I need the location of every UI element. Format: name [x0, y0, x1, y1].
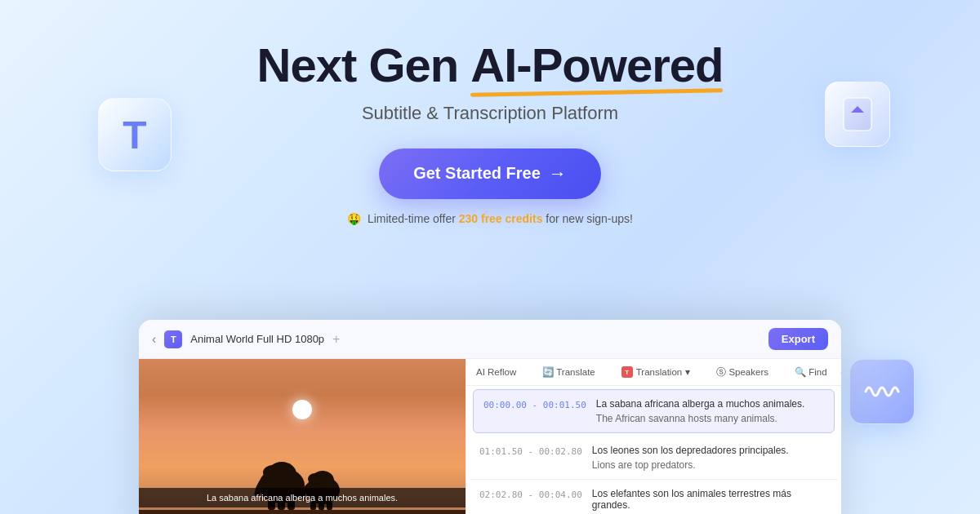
titlebar-filename: Animal World Full HD 1080p — [190, 333, 324, 345]
subtitle-texts: La sabana africana alberga a muchos anim… — [596, 398, 824, 424]
translation-badge: T — [621, 366, 633, 378]
subtitle-panel: AI Reflow 🔄 Translate T Translation ▾ ⓢ … — [466, 359, 841, 514]
video-subtitle-text: La sabana africana alberga a muchos anim… — [147, 493, 457, 503]
video-panel: La sabana africana alberga a muchos anim… — [139, 359, 466, 514]
translation-label: Translation — [636, 367, 682, 377]
hero-subtitle: Subtitle & Transcription Platform — [0, 103, 980, 124]
translate-button[interactable]: 🔄 Translate — [542, 366, 595, 378]
wave-icon-box — [849, 359, 915, 424]
titlebar-back-button[interactable]: ‹ — [152, 332, 156, 347]
float-icon-bottom-right — [849, 359, 915, 424]
wave-svg-icon — [864, 379, 900, 405]
hero-section: Next Gen AI-Powered Subtitle & Transcrip… — [0, 0, 980, 225]
titlebar-app-icon: T — [164, 330, 182, 348]
find-button[interactable]: 🔍 Find — [795, 366, 827, 378]
hero-title-part2: AI-Powered — [470, 39, 723, 91]
toolbar-more-button[interactable]: ··· — [840, 366, 841, 379]
subtitle-row[interactable]: 01:01.50 - 00:02.80 Los leones son los d… — [470, 436, 838, 480]
cta-label: Get Started Free — [413, 164, 541, 183]
cta-arrow-icon: → — [549, 163, 567, 184]
subtitle-original: Los elefantes son los animales terrestre… — [592, 488, 828, 511]
subtitle-rows: 00:00.00 - 00:01.50 La sabana africana a… — [466, 386, 841, 514]
offer-text: 🤑 Limited-time offer 230 free credits fo… — [0, 212, 980, 225]
speakers-button[interactable]: ⓢ Speakers — [716, 366, 768, 379]
app-titlebar: ‹ T Animal World Full HD 1080p + Export — [139, 320, 841, 359]
subtitle-original: Los leones son los depredadores principa… — [592, 445, 828, 456]
subtitle-texts: Los leones son los depredadores principa… — [592, 445, 828, 471]
offer-prefix: Limited-time offer — [368, 212, 459, 225]
subtitle-row[interactable]: 00:00.00 - 00:01.50 La sabana africana a… — [473, 389, 835, 433]
subtitle-translation: The African savanna hosts many animals. — [596, 413, 824, 424]
subtitle-texts: Los elefantes son los animales terrestre… — [592, 488, 828, 514]
cta-button[interactable]: Get Started Free → — [379, 148, 601, 199]
subtitle-translation: Lions are top predators. — [592, 459, 828, 471]
svg-point-10 — [308, 473, 323, 485]
video-sun — [292, 400, 312, 419]
subtitle-row[interactable]: 02:02.80 - 00:04.00 Los elefantes son lo… — [470, 480, 838, 514]
offer-suffix: for new sign-ups! — [546, 212, 633, 225]
video-ground — [139, 510, 466, 514]
app-body: La sabana africana alberga a muchos anim… — [139, 359, 841, 514]
translation-chevron-icon: ▾ — [685, 366, 690, 378]
video-subtitle-bar: La sabana africana alberga a muchos anim… — [139, 488, 466, 507]
subtitle-original: La sabana africana alberga a muchos anim… — [596, 398, 824, 410]
app-mockup: ‹ T Animal World Full HD 1080p + Export — [139, 320, 841, 514]
translation-dropdown-button[interactable]: T Translation ▾ — [621, 366, 690, 378]
reflow-button[interactable]: AI Reflow — [476, 367, 516, 377]
subtitle-toolbar: AI Reflow 🔄 Translate T Translation ▾ ⓢ … — [466, 359, 841, 386]
offer-credits: 230 free credits — [459, 212, 543, 225]
subtitle-timecode: 01:01.50 - 00:02.80 — [479, 445, 582, 471]
titlebar-add-tab-button[interactable]: + — [332, 332, 340, 347]
subtitle-timecode: 02:02.80 - 00:04.00 — [479, 488, 582, 514]
hero-title-part1: Next Gen — [257, 38, 471, 91]
export-button[interactable]: Export — [768, 328, 828, 350]
subtitle-timecode: 00:00.00 - 00:01.50 — [483, 398, 586, 424]
hero-title: Next Gen AI-Powered — [0, 39, 980, 91]
offer-emoji: 🤑 — [347, 212, 361, 225]
svg-point-4 — [263, 465, 283, 480]
